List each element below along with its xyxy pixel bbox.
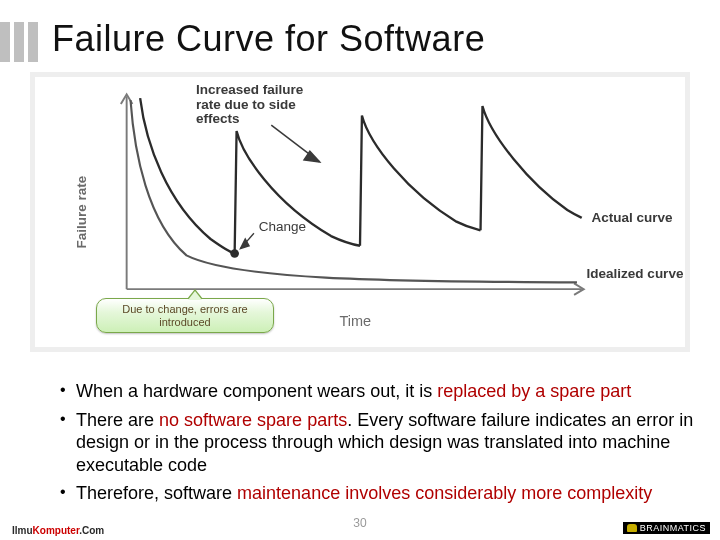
- arrow-increased-failure: [271, 125, 319, 162]
- actual-curve-seg2: [235, 131, 360, 253]
- footer-right-logo: BRAINMATICS: [623, 522, 710, 534]
- brain-icon: [627, 524, 637, 532]
- bullet-item: When a hardware component wears out, it …: [60, 380, 700, 403]
- footer: IlmuKomputer.Com 30 BRAINMATICS: [0, 516, 720, 536]
- highlight-text: replaced by a spare part: [437, 381, 631, 401]
- bullet-item: There are no software spare parts. Every…: [60, 409, 700, 477]
- annotation-increased: Increased failure rate due to side effec…: [196, 82, 307, 126]
- bullet-item: Therefore, software maintenance involves…: [60, 482, 700, 505]
- actual-curve-seg4: [481, 106, 582, 230]
- title-decoration: [0, 22, 38, 62]
- idealized-curve: [131, 100, 577, 282]
- highlight-text: maintenance involves considerably more c…: [237, 483, 652, 503]
- highlight-text: no software spare parts: [159, 410, 347, 430]
- slide-title: Failure Curve for Software: [52, 18, 485, 60]
- bullet-list: When a hardware component wears out, it …: [20, 380, 700, 511]
- actual-curve-seg3: [360, 116, 481, 246]
- page-number: 30: [0, 516, 720, 530]
- y-axis-label: Failure rate: [74, 175, 89, 248]
- callout-change-errors: Due to change, errors are introduced: [96, 298, 274, 333]
- label-idealized: Idealized curve: [587, 266, 684, 281]
- label-change: Change: [259, 219, 306, 234]
- x-axis-label: Time: [339, 313, 371, 329]
- label-actual: Actual curve: [591, 210, 673, 225]
